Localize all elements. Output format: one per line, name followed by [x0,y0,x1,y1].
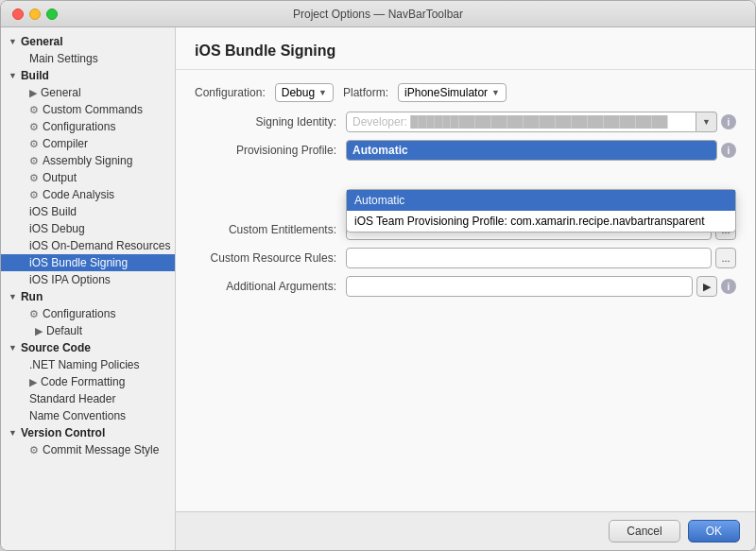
signing-identity-input[interactable] [346,112,696,132]
sidebar-section-version-control[interactable]: ▼ Version Control [1,424,175,441]
sidebar-item-main-settings[interactable]: Main Settings [1,50,175,67]
panel-body: Configuration: Debug ▼ Platform: iPhoneS… [176,70,755,511]
sidebar-section-run-label: Run [21,290,43,303]
sidebar-item-ios-debug-label: iOS Debug [29,222,85,235]
sidebar-item-ios-on-demand-label: iOS On-Demand Resources [29,239,170,252]
configuration-value: Debug [282,86,315,99]
sidebar-section-source-code[interactable]: ▼ Source Code [1,339,175,356]
arrow-right-icon: ▶ [35,325,43,337]
sidebar-item-standard-header[interactable]: Standard Header [1,390,175,407]
sidebar-item-net-naming-policies-label: .NET Naming Policies [29,358,139,371]
sidebar-item-ios-bundle-signing[interactable]: iOS Bundle Signing [1,254,175,271]
configuration-dropdown[interactable]: Debug ▼ [275,83,334,102]
provisioning-profile-input[interactable] [346,140,717,161]
arrow-icon: ▼ [9,428,17,438]
chevron-down-icon: ▼ [702,117,711,127]
custom-resource-rules-label: Custom Resource Rules: [195,251,346,265]
provisioning-profile-label: Provisioning Profile: [195,144,346,157]
signing-identity-row: Signing Identity: ▼ i [195,112,736,132]
sidebar-item-ios-bundle-signing-label: iOS Bundle Signing [29,256,128,269]
arrow-icon: ▼ [9,71,17,80]
panel: iOS Bundle Signing Configuration: Debug … [176,27,755,550]
sidebar-item-code-formatting[interactable]: ▶ Code Formatting [1,373,175,390]
sidebar: ▼ General Main Settings ▼ Build ▶ Genera… [1,27,176,550]
sidebar-item-run-configurations-label: Configurations [43,307,115,320]
sidebar-section-general-label: General [21,35,63,48]
cancel-button[interactable]: Cancel [609,520,679,542]
custom-resource-rules-input[interactable] [346,248,712,268]
sidebar-item-output[interactable]: ⚙ Output [1,169,175,186]
sidebar-item-run-default[interactable]: ▶ Default [1,322,175,339]
sidebar-section-build[interactable]: ▼ Build [1,67,175,84]
sidebar-item-build-general[interactable]: ▶ General [1,84,175,101]
sidebar-item-ios-on-demand[interactable]: iOS On-Demand Resources [1,237,175,254]
sidebar-item-configurations-label: Configurations [43,120,115,133]
signing-identity-dropdown-btn[interactable]: ▼ [696,112,717,132]
sidebar-section-run[interactable]: ▼ Run [1,288,175,305]
sidebar-item-output-label: Output [43,171,77,184]
arrow-icon: ▼ [9,292,17,301]
arrow-icon: ▼ [9,343,17,353]
sidebar-item-commit-message-style-label: Commit Message Style [43,443,159,456]
sidebar-section-build-label: Build [21,69,49,82]
window: Project Options — NavBarToolbar ▼ Genera… [0,0,756,551]
maximize-button[interactable] [46,9,58,20]
additional-arguments-label: Additional Arguments: [195,280,346,293]
close-button[interactable] [12,9,24,20]
arrow-icon: ▼ [9,37,17,46]
ok-button[interactable]: OK [688,520,740,542]
signing-identity-info-btn[interactable]: i [721,114,736,129]
additional-arguments-run-btn[interactable]: ▶ [696,276,717,297]
sidebar-item-code-analysis-label: Code Analysis [43,188,114,201]
platform-value: iPhoneSimulator [404,86,488,99]
bottom-bar: Cancel OK [176,511,755,550]
gear-icon: ⚙ [29,121,39,133]
custom-entitlements-label: Custom Entitlements: [195,223,346,236]
sidebar-item-code-analysis[interactable]: ⚙ Code Analysis [1,186,175,203]
sidebar-section-source-code-label: Source Code [21,341,91,354]
sidebar-item-net-naming-policies[interactable]: .NET Naming Policies [1,356,175,373]
platform-dropdown[interactable]: iPhoneSimulator ▼ [398,83,507,102]
sidebar-item-build-general-label: General [41,86,81,99]
dropdown-item-automatic[interactable]: Automatic [347,190,735,211]
signing-identity-label: Signing Identity: [195,115,346,129]
signing-identity-wrap: ▼ [346,112,717,132]
sidebar-item-run-configurations[interactable]: ⚙ Configurations [1,305,175,322]
additional-arguments-info-btn[interactable]: i [721,279,736,294]
traffic-lights [12,9,58,20]
sidebar-section-general[interactable]: ▼ General [1,33,175,50]
gear-icon: ⚙ [29,308,39,320]
minimize-button[interactable] [29,9,41,20]
sidebar-item-ios-debug[interactable]: iOS Debug [1,220,175,237]
arrow-right-icon: ▶ [29,376,37,388]
provisioning-profile-info-btn[interactable]: i [721,143,736,158]
sidebar-item-ios-build-label: iOS Build [29,205,77,218]
sidebar-item-configurations[interactable]: ⚙ Configurations [1,118,175,135]
gear-icon: ⚙ [29,444,39,456]
dropdown-item-ios-team[interactable]: iOS Team Provisioning Profile: com.xamar… [347,211,735,232]
custom-resource-rules-browse-btn[interactable]: ... [715,248,736,268]
custom-resource-rules-wrap: ... [346,248,736,268]
titlebar: Project Options — NavBarToolbar [1,1,755,27]
additional-arguments-input[interactable] [346,276,693,297]
sidebar-item-compiler[interactable]: ⚙ Compiler [1,135,175,152]
additional-arguments-control: ▶ [346,276,717,297]
config-row: Configuration: Debug ▼ Platform: iPhoneS… [195,83,736,102]
sidebar-item-ios-build[interactable]: iOS Build [1,203,175,220]
sidebar-item-ios-ipa-options-label: iOS IPA Options [29,273,111,286]
gear-icon: ⚙ [29,155,39,167]
sidebar-item-standard-header-label: Standard Header [29,392,115,405]
custom-resource-rules-control: ... [346,248,736,268]
sidebar-item-name-conventions[interactable]: Name Conventions [1,407,175,424]
sidebar-item-assembly-signing[interactable]: ⚙ Assembly Signing [1,152,175,169]
additional-arguments-row: Additional Arguments: ▶ i [195,276,736,297]
sidebar-item-compiler-label: Compiler [43,137,88,150]
sidebar-item-custom-commands[interactable]: ⚙ Custom Commands [1,101,175,118]
sidebar-item-run-default-label: Default [46,324,82,337]
panel-title: iOS Bundle Signing [195,43,736,60]
additional-arguments-wrap: ▶ [346,276,717,297]
chevron-down-icon: ▼ [318,88,327,97]
sidebar-item-commit-message-style[interactable]: ⚙ Commit Message Style [1,441,175,458]
sidebar-item-ios-ipa-options[interactable]: iOS IPA Options [1,271,175,288]
custom-resource-rules-row: Custom Resource Rules: ... [195,248,736,268]
